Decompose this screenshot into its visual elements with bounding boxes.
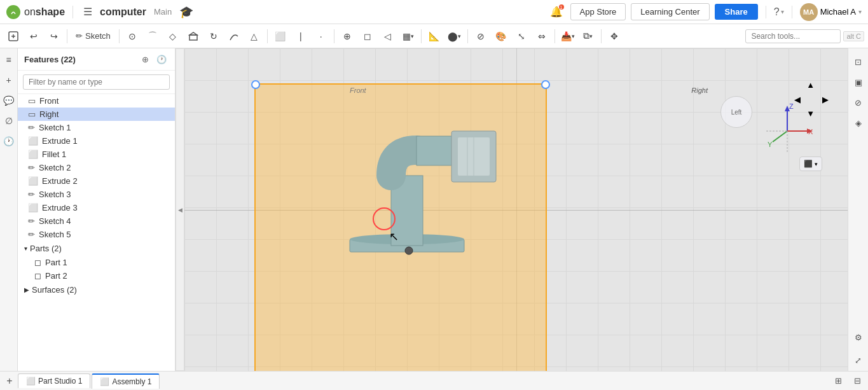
3d-model xyxy=(312,99,502,290)
undo-button[interactable]: ↩ xyxy=(24,27,43,45)
appearance-tool[interactable]: 🎨 xyxy=(492,27,511,45)
sketch-icon-5: ✏ xyxy=(28,230,35,239)
sketch-button[interactable]: ✏ Sketch xyxy=(71,27,116,45)
part2-label: Part 2 xyxy=(45,271,67,281)
part2-item[interactable]: ◻ Part 2 xyxy=(18,269,175,282)
clock-icon[interactable]: 🕐 xyxy=(155,52,169,66)
comment-icon[interactable]: 💬 xyxy=(1,93,17,108)
nav-right[interactable]: ▶ xyxy=(822,95,829,104)
measure-tool[interactable]: 📐 xyxy=(425,27,444,45)
learning-center-button[interactable]: Learning Center xyxy=(631,3,709,20)
insert-tool[interactable]: 📥▾ xyxy=(558,27,577,45)
handle-top-right[interactable] xyxy=(541,80,550,89)
section-icon[interactable]: ⊘ xyxy=(850,94,867,111)
history-icon[interactable]: 🕐 xyxy=(1,134,17,149)
feature-item-extrude3[interactable]: ⬜ Extrude 3 xyxy=(18,201,175,214)
selection-tool[interactable] xyxy=(4,27,23,45)
canvas-area[interactable]: Front Right ↖ xyxy=(184,48,848,371)
feature-item-sketch3[interactable]: ✏ Sketch 3 xyxy=(18,188,175,201)
point-tool[interactable]: · xyxy=(312,27,331,45)
user-chevron: ▾ xyxy=(858,8,862,15)
bottom-grid-icon[interactable]: ⊞ xyxy=(830,373,846,389)
plane-tool[interactable]: ⬜ xyxy=(271,27,290,45)
tab-part-studio[interactable]: ⬜ Part Studio 1 xyxy=(18,373,90,388)
panel-title: Features (22) xyxy=(24,55,76,64)
zoom-fit-icon[interactable]: ⊡ xyxy=(850,53,867,70)
display-tool[interactable]: ⬤▾ xyxy=(445,27,464,45)
user-menu[interactable]: MA Michael A ▾ xyxy=(800,3,862,21)
add-tab-button[interactable]: + xyxy=(3,374,17,388)
mirror-tool[interactable]: ⤡ xyxy=(512,27,531,45)
tb-divider-6 xyxy=(467,29,468,43)
share-button[interactable]: Share xyxy=(715,4,758,20)
app-store-button[interactable]: App Store xyxy=(570,3,626,20)
draft-tool[interactable]: ◁ xyxy=(378,27,397,45)
part1-item[interactable]: ◻ Part 1 xyxy=(18,256,175,269)
axis-tool[interactable]: | xyxy=(291,27,310,45)
nav-down[interactable]: ▼ xyxy=(806,109,815,118)
fillet-tool[interactable]: ⌒ xyxy=(143,27,162,45)
panel-collapse-button[interactable]: ◀ xyxy=(176,48,184,371)
loft-tool[interactable]: △ xyxy=(245,27,264,45)
feature-list-icon[interactable]: ≡ xyxy=(1,52,17,67)
shell-tool[interactable]: ◻ xyxy=(358,27,377,45)
hamburger-menu[interactable]: ☰ xyxy=(81,3,95,20)
tab-assembly-icon: ⬜ xyxy=(100,377,109,386)
svg-text:Z: Z xyxy=(789,102,794,110)
help-button[interactable]: ? ▾ xyxy=(774,6,784,18)
nav-up[interactable]: ▲ xyxy=(806,80,815,90)
chamfer-tool[interactable]: ◇ xyxy=(163,27,183,45)
tab-assembly-label: Assembly 1 xyxy=(112,377,151,386)
expand-icon: ▶ xyxy=(24,286,29,293)
add-icon[interactable]: ⊕ xyxy=(138,52,152,66)
feature-item-sketch1[interactable]: ✏ Sketch 1 xyxy=(18,121,175,134)
help-chevron: ▾ xyxy=(781,8,784,15)
add-feature-icon[interactable]: + xyxy=(1,73,17,88)
svg-marker-5 xyxy=(189,32,197,35)
section-view[interactable]: ⊘ xyxy=(471,27,490,45)
feature-item-front[interactable]: ▭ Front xyxy=(18,94,175,108)
extrude-tool[interactable] xyxy=(184,27,203,45)
logo[interactable]: onshape xyxy=(6,5,65,19)
feature-item-sketch5[interactable]: ✏ Sketch 5 xyxy=(18,228,175,241)
feature-item-extrude1[interactable]: ⬜ Extrude 1 xyxy=(18,134,175,148)
bottom-settings-icon[interactable]: ⊟ xyxy=(849,373,865,389)
extrude-icon-3: ⬜ xyxy=(28,203,38,212)
tab-assembly[interactable]: ⬜ Assembly 1 xyxy=(92,373,160,389)
notification-bell[interactable]: 🔔 1 xyxy=(548,3,565,20)
copy-tool[interactable]: ⧉▾ xyxy=(579,27,598,45)
panel-header: Features (22) ⊕ 🕐 xyxy=(18,48,175,71)
extrude-icon-2: ⬜ xyxy=(28,176,38,186)
tb-divider-7 xyxy=(555,29,555,43)
redo-button[interactable]: ↪ xyxy=(45,27,64,45)
graduation-icon[interactable]: 🎓 xyxy=(177,3,196,22)
view-cube-arrow: ▾ xyxy=(815,161,818,167)
surfaces-section[interactable]: ▶ Surfaces (2) xyxy=(18,282,175,297)
feature-item-sketch2[interactable]: ✏ Sketch 2 xyxy=(18,161,175,174)
move-tool[interactable]: ✥ xyxy=(605,27,624,45)
parts-section[interactable]: ▾ Parts (2) xyxy=(18,241,175,256)
boolean-tool[interactable]: ⊕ xyxy=(338,27,357,45)
revolve-tool[interactable]: ↻ xyxy=(204,27,223,45)
parts-label: Parts (2) xyxy=(30,244,62,253)
render-icon[interactable]: ◈ xyxy=(850,115,867,131)
view-cube-label: ⬛ xyxy=(804,160,813,167)
view-icon[interactable]: ▣ xyxy=(850,74,867,90)
sweep-tool[interactable] xyxy=(224,27,244,45)
nav-left[interactable]: ◀ xyxy=(794,95,801,104)
feature-item-extrude2[interactable]: ⬜ Extrude 2 xyxy=(18,174,175,188)
feature-item-fillet1[interactable]: ⬜ Fillet 1 xyxy=(18,148,175,161)
pattern-tool[interactable]: ▦▾ xyxy=(399,27,418,45)
view-cube[interactable]: ⬛ ▾ xyxy=(799,157,822,171)
feature-item-sketch4[interactable]: ✏ Sketch 4 xyxy=(18,214,175,228)
feature-item-right[interactable]: ▭ Right xyxy=(18,108,175,121)
transform-tool[interactable]: ⇔ xyxy=(532,27,551,45)
filter-input[interactable] xyxy=(23,74,170,90)
handle-top-left[interactable] xyxy=(251,80,260,89)
search-hint: alt C xyxy=(843,31,864,41)
variables-icon[interactable]: ∅ xyxy=(1,113,17,129)
settings-icon[interactable]: ⚙ xyxy=(850,329,867,345)
construct-tool[interactable]: ⊙ xyxy=(123,27,142,45)
fullscreen-icon[interactable]: ⤢ xyxy=(850,352,867,368)
search-input[interactable] xyxy=(745,29,841,43)
